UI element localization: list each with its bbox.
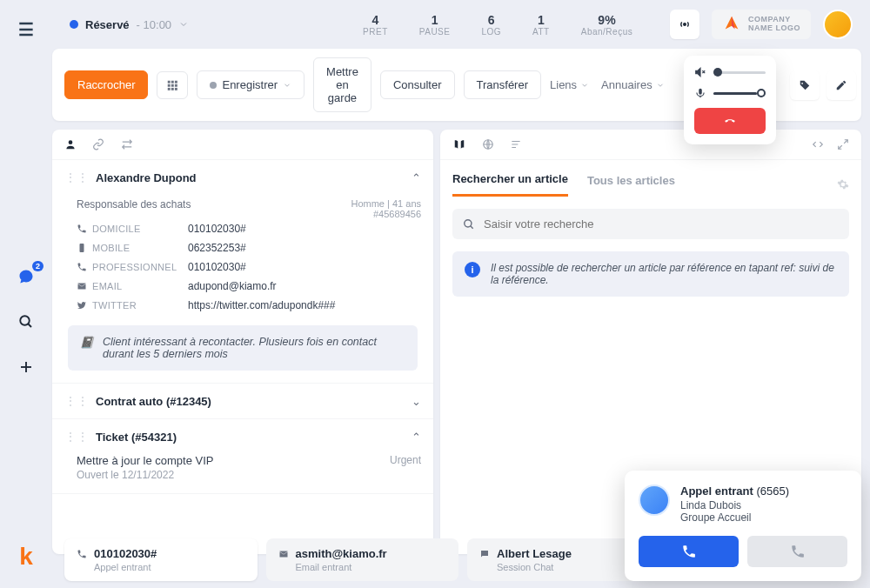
- svg-rect-15: [80, 244, 84, 252]
- decline-call-button[interactable]: [747, 536, 847, 567]
- contact-type: PROFESSIONNEL: [92, 262, 188, 272]
- tag-button[interactable]: [790, 70, 820, 100]
- hold-button[interactable]: Mettre en garde: [313, 57, 371, 112]
- session-title: Albert Lesage: [497, 547, 572, 560]
- broadcast-icon: [678, 17, 692, 31]
- search-button[interactable]: [14, 310, 38, 334]
- links-dropdown[interactable]: Liens: [550, 78, 589, 91]
- contact-type: MOBILE: [92, 243, 188, 253]
- chevron-down-icon: [283, 81, 291, 90]
- caller-avatar: [639, 484, 670, 516]
- toast-title: Appel entrant (6565): [680, 484, 789, 498]
- status-label: Réservé: [85, 18, 130, 31]
- pencil-icon: [835, 79, 847, 91]
- svg-rect-25: [699, 89, 702, 95]
- hangup-button[interactable]: Raccrocher: [64, 70, 148, 99]
- status-selector[interactable]: Réservé - 10:00: [70, 18, 189, 31]
- top-header: Réservé - 10:00 4PRET 1PAUSE 6LOG 1ATT 9…: [52, 0, 870, 49]
- sidebar: ☰ 2 k: [0, 0, 52, 588]
- email-icon: [278, 549, 289, 559]
- stat-pret: 4PRET: [363, 13, 388, 37]
- chevron-down-icon: [656, 81, 665, 90]
- session-sub: Appel entrant: [77, 562, 245, 572]
- chat-icon: [479, 549, 490, 559]
- tab-book[interactable]: [452, 138, 466, 150]
- email-icon: [77, 281, 92, 291]
- transfer-button[interactable]: Transférer: [464, 70, 541, 99]
- contact-value: adupond@kiamo.fr: [188, 280, 277, 292]
- mic-slider[interactable]: [713, 92, 766, 95]
- tab-link[interactable]: [92, 138, 104, 150]
- mic-slider-row: [694, 87, 766, 99]
- section-contact-header[interactable]: ⋮⋮ Alexandre Dupond ⌃: [52, 160, 433, 195]
- contact-role: Responsable des achats: [64, 198, 191, 210]
- contact-row: EMAILadupond@kiamo.fr: [64, 277, 421, 296]
- kb-settings-button[interactable]: [837, 178, 849, 190]
- menu-icon[interactable]: ☰: [14, 17, 38, 42]
- expand-icon: [837, 138, 849, 150]
- add-button[interactable]: [14, 355, 38, 379]
- chevron-down-icon: [580, 81, 589, 90]
- tab-swap[interactable]: [120, 138, 134, 150]
- stat-aban: 9%Aban/Reçus: [581, 13, 632, 37]
- svg-point-4: [684, 23, 686, 26]
- record-button[interactable]: Enregistrer: [197, 70, 304, 99]
- kb-search[interactable]: [452, 209, 849, 239]
- edit-button[interactable]: [826, 70, 856, 100]
- grid-button[interactable]: [157, 71, 188, 99]
- tab-list[interactable]: [510, 138, 522, 150]
- contact-type: EMAIL: [92, 281, 188, 291]
- grip-icon: ⋮⋮: [64, 394, 89, 408]
- tab-person[interactable]: [64, 138, 77, 150]
- phone-icon: [77, 549, 87, 559]
- contact-row: MOBILE062352253#: [64, 238, 421, 257]
- svg-rect-9: [171, 84, 174, 86]
- section-ticket-header[interactable]: ⋮⋮ Ticket (#54321) ⌃: [52, 419, 433, 454]
- mobile-icon: [77, 243, 92, 253]
- contact-panel-tabs: [52, 130, 433, 160]
- link-icon: [92, 138, 104, 150]
- tab-globe[interactable]: [482, 138, 494, 150]
- session-card[interactable]: asmith@kiamo.frEmail entrant: [266, 538, 459, 581]
- tag-icon: [799, 79, 811, 91]
- expand-button[interactable]: [837, 138, 849, 150]
- grip-icon: ⋮⋮: [64, 170, 89, 184]
- subtab-all[interactable]: Tous les articles: [587, 174, 675, 196]
- directories-dropdown[interactable]: Annuaires: [601, 78, 665, 91]
- company-logo: COMPANYNAME LOGO: [712, 10, 811, 39]
- phone-icon: [681, 544, 697, 559]
- svg-point-23: [465, 219, 472, 226]
- book-icon: [452, 138, 466, 150]
- svg-line-22: [839, 145, 842, 149]
- kb-search-input[interactable]: [484, 217, 839, 231]
- svg-line-24: [471, 225, 473, 228]
- accept-call-button[interactable]: [639, 536, 739, 567]
- contact-value: 062352253#: [188, 242, 246, 254]
- logo-icon: [722, 15, 741, 34]
- section-contract-header[interactable]: ⋮⋮ Contrat auto (#12345) ⌄: [52, 384, 433, 418]
- chat-button[interactable]: 2: [14, 264, 38, 289]
- svg-point-0: [20, 316, 30, 325]
- broadcast-button[interactable]: [670, 10, 699, 39]
- popover-hangup-button[interactable]: [694, 108, 766, 134]
- phone-missed-icon: [790, 544, 806, 559]
- session-card[interactable]: 010102030#Appel entrant: [64, 538, 258, 581]
- collapse-button[interactable]: [811, 138, 825, 150]
- user-avatar[interactable]: [823, 10, 853, 39]
- subtab-search[interactable]: Rechercher un article: [452, 172, 568, 197]
- mic-icon: [694, 87, 706, 99]
- svg-point-14: [69, 140, 73, 144]
- incoming-call-toast: Appel entrant (6565) Linda Dubois Groupe…: [625, 471, 861, 581]
- swap-icon: [120, 138, 134, 150]
- session-title: asmith@kiamo.fr: [296, 547, 387, 560]
- twitter-icon: [77, 300, 92, 311]
- contact-row: DOMICILE010102030#: [64, 219, 421, 238]
- svg-rect-13: [175, 87, 177, 90]
- svg-rect-10: [175, 84, 177, 86]
- svg-rect-12: [171, 87, 174, 90]
- contact-value: 010102030#: [188, 261, 246, 273]
- status-dot-icon: [70, 20, 78, 29]
- speaker-slider[interactable]: [713, 71, 766, 74]
- info-icon: i: [465, 262, 480, 277]
- consult-button[interactable]: Consulter: [380, 70, 455, 99]
